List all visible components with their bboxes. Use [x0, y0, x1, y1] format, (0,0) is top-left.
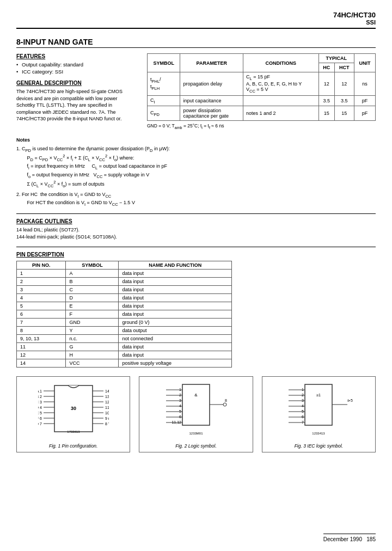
- pin-symbol: GND: [66, 318, 119, 326]
- pin-col-no: PIN NO.: [17, 261, 66, 269]
- note-2: 2. For HC the condition is VI = GND to V…: [16, 191, 376, 208]
- pin-function: data input: [119, 310, 232, 318]
- param-cell: propagation delay: [180, 72, 243, 96]
- pin-function: data input: [119, 285, 232, 293]
- col-typical: TYPICAL: [318, 54, 354, 63]
- unit-val: ns: [354, 72, 375, 96]
- svg-text:A 1: A 1: [38, 389, 42, 393]
- svg-text:5: 5: [179, 409, 181, 413]
- hct-val: 15: [334, 106, 354, 121]
- svg-text:5: 5: [302, 409, 304, 413]
- svg-text:&: &: [194, 393, 198, 397]
- figure-3: 1 2 3 4 5 6 7 ⊳5 ≥1 1233413 Fig. 3 IEC l…: [262, 376, 376, 452]
- package-outlines-section: PACKAGE OUTLINES 14 lead DIL; plastic (S…: [16, 218, 376, 241]
- pin-symbol: n.c.: [66, 334, 119, 342]
- svg-text:3: 3: [179, 399, 181, 402]
- pin-function: data input: [119, 302, 232, 310]
- param-cell: power dissipationcapacitance per gate: [180, 106, 243, 121]
- gen-desc-heading: GENERAL DESCRIPTION: [16, 80, 136, 86]
- svg-text:≥1: ≥1: [316, 393, 321, 397]
- col-hc: HC: [318, 63, 334, 72]
- svg-text:1: 1: [179, 388, 181, 391]
- svg-text:8 Y: 8 Y: [105, 422, 109, 426]
- hc-val: 3.5: [318, 95, 334, 106]
- table-row: 1 A data input: [17, 269, 232, 277]
- pin-symbol: G: [66, 342, 119, 351]
- pin-table: PIN NO. SYMBOL NAME AND FUNCTION 1 A dat…: [16, 261, 232, 368]
- pin-symbol: F: [66, 310, 119, 318]
- pin-no: 5: [17, 302, 66, 310]
- package-heading: PACKAGE OUTLINES: [16, 218, 376, 224]
- svg-text:GND 7: GND 7: [38, 422, 42, 426]
- chip-title: 74HC/HCT30: [16, 11, 376, 19]
- hc-val: 12: [318, 72, 334, 96]
- hc-val: 15: [318, 106, 334, 121]
- pin-function: data input: [119, 342, 232, 351]
- svg-point-33: [223, 403, 226, 406]
- svg-text:11 G: 11 G: [105, 406, 109, 409]
- logic-symbol-diagram: & 1 2 3 4 5 6 11,12 8 1233M01: [161, 380, 231, 440]
- unit-val: pF: [354, 106, 375, 121]
- pin-col-symbol: SYMBOL: [66, 261, 119, 269]
- figures-row: A 1 B 2 C 3 D 4 E 5 F 6 GND 7 14 VCC 13 …: [16, 376, 376, 452]
- notes-heading: Notes: [16, 137, 376, 144]
- features-heading: FEATURES: [16, 53, 136, 59]
- table-row: 6 F data input: [17, 310, 232, 318]
- table-row: tPHL/tPLH propagation delay CL = 15 pFA,…: [148, 72, 376, 96]
- chip-subtitle: SSI: [16, 19, 376, 26]
- svg-text:7: 7: [302, 420, 304, 424]
- svg-text:10 n.c.: 10 n.c.: [105, 411, 109, 415]
- gen-desc-text: The 74HC/HCT30 are high-speed Si-gate CM…: [16, 88, 136, 123]
- svg-rect-51: [305, 384, 332, 425]
- svg-text:1233M01: 1233M01: [189, 432, 203, 435]
- svg-text:9 n.c.: 9 n.c.: [105, 417, 109, 420]
- pin-symbol: H: [66, 351, 119, 359]
- table-row: 12 H data input: [17, 351, 232, 359]
- table-gnd-note: GND = 0 V; Tamb = 25°C; ti = tf ≈ 6 ns: [147, 123, 376, 130]
- table-row: 2 B data input: [17, 277, 232, 285]
- page-header: 74HC/HCT30 SSI: [16, 11, 376, 29]
- footer-page: 185: [366, 536, 376, 542]
- footer-date: December 1990: [323, 536, 362, 542]
- fig1-caption: Fig. 1 Pin configuration.: [20, 443, 126, 449]
- table-row: 7 GND ground (0 V): [17, 318, 232, 326]
- pin-no: 6: [17, 310, 66, 318]
- svg-text:4: 4: [302, 404, 304, 408]
- svg-text:B 2: B 2: [38, 395, 42, 399]
- svg-text:30: 30: [71, 406, 76, 411]
- pin-no: 9, 10, 13: [17, 334, 66, 342]
- pin-function: data input: [119, 277, 232, 285]
- pin-config-diagram: A 1 B 2 C 3 D 4 E 5 F 6 GND 7 14 VCC 13 …: [38, 380, 109, 440]
- table-row: 14 VCC positive supply voltage: [17, 359, 232, 367]
- symbol-cell: CI: [148, 95, 180, 106]
- svg-rect-31: [182, 384, 210, 425]
- pin-function: ground (0 V): [119, 318, 232, 326]
- col-symbol: SYMBOL: [148, 54, 180, 72]
- pin-symbol: D: [66, 293, 119, 302]
- col-parameter: PARAMETER: [180, 54, 243, 72]
- pin-function: data input: [119, 293, 232, 302]
- col-unit: UNIT: [354, 54, 375, 72]
- parameters-table: SYMBOL PARAMETER CONDITIONS TYPICAL UNIT…: [147, 53, 376, 121]
- pin-desc-heading: PIN DESCRIPTION: [16, 252, 376, 258]
- svg-text:2: 2: [179, 393, 181, 397]
- param-cell: input capacitance: [180, 95, 243, 106]
- pin-symbol: C: [66, 285, 119, 293]
- table-row: CPD power dissipationcapacitance per gat…: [148, 106, 376, 121]
- pin-symbol: A: [66, 269, 119, 277]
- pin-no: 11: [17, 342, 66, 351]
- pin-no: 1: [17, 269, 66, 277]
- pin-function: data output: [119, 326, 232, 334]
- fig2-caption: Fig. 2 Logic symbol.: [143, 443, 249, 449]
- pin-description-section: PIN DESCRIPTION PIN NO. SYMBOL NAME AND …: [16, 252, 376, 368]
- svg-text:1733613: 1733613: [67, 430, 80, 433]
- note-1: 1. CPD is used to determine the dynamic …: [16, 145, 376, 189]
- hct-val: 3.5: [334, 95, 354, 106]
- col-hct: HCT: [334, 63, 354, 72]
- features-list: Output capability: standard ICC category…: [16, 62, 136, 75]
- page-title: 8-INPUT NAND GATE: [16, 38, 376, 48]
- pin-function: not connected: [119, 334, 232, 342]
- feature-item-2: ICC category: SSI: [16, 69, 136, 75]
- package-text: 14 lead DIL; plastic (SOT27). 144-lead m…: [16, 226, 376, 241]
- pin-no: 2: [17, 277, 66, 285]
